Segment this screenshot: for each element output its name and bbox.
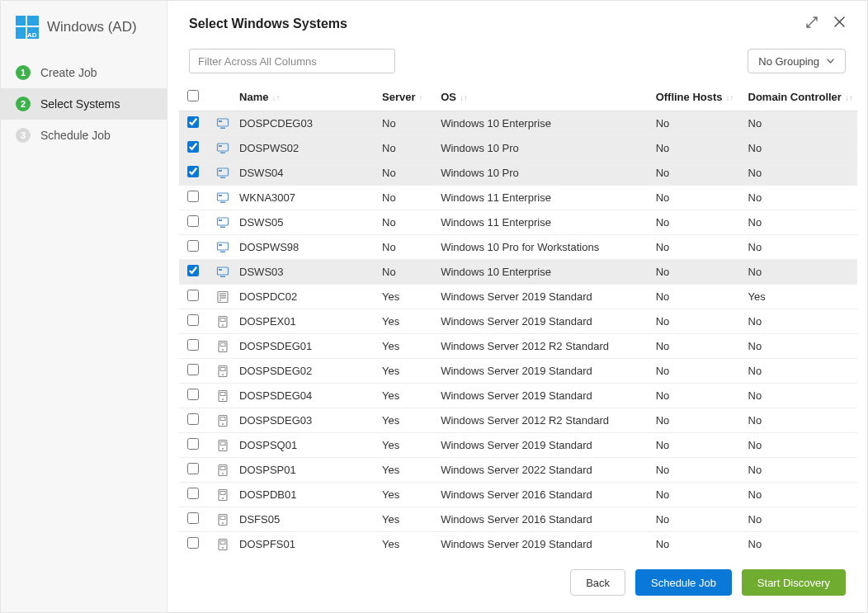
systems-table-wrap[interactable]: Name↓↑ Server↑ OS↓↑ Offline Hosts↓↑ Doma… xyxy=(167,83,867,556)
cell-server: Yes xyxy=(374,433,432,458)
svg-point-59 xyxy=(222,547,224,549)
cell-server: No xyxy=(374,235,432,260)
svg-rect-11 xyxy=(217,168,228,176)
back-button[interactable]: Back xyxy=(570,569,625,596)
server-icon xyxy=(216,439,223,452)
row-checkbox[interactable] xyxy=(187,215,199,227)
step-select-systems[interactable]: 2Select Systems xyxy=(1,88,167,120)
svg-rect-8 xyxy=(217,144,228,151)
cell-offline: No xyxy=(648,260,740,285)
cell-server: Yes xyxy=(374,384,432,408)
svg-rect-6 xyxy=(220,127,225,129)
cell-dc: No xyxy=(740,359,857,384)
table-row[interactable]: DOSPDB01YesWindows Server 2016 StandardN… xyxy=(179,483,857,507)
start-discovery-button[interactable]: Start Discovery xyxy=(742,569,846,596)
table-row[interactable]: DOSPWS02NoWindows 10 ProNoNo xyxy=(179,136,857,161)
table-row[interactable]: DSFS05YesWindows Server 2016 StandardNoN… xyxy=(179,507,857,532)
cell-name: DOSPSP01 xyxy=(231,458,374,483)
svg-rect-1 xyxy=(27,16,39,26)
row-checkbox[interactable] xyxy=(187,488,199,499)
row-checkbox[interactable] xyxy=(187,463,199,474)
sort-icon: ↑ xyxy=(418,93,422,102)
table-row[interactable]: DSWS05NoWindows 11 EnterpriseNoNo xyxy=(179,210,857,235)
row-checkbox[interactable] xyxy=(187,141,199,153)
svg-text:AD: AD xyxy=(27,31,37,39)
server-icon xyxy=(216,488,223,502)
server-icon xyxy=(216,464,223,477)
col-os[interactable]: OS↓↑ xyxy=(432,83,647,111)
cell-os: Windows 10 Pro xyxy=(432,136,647,161)
select-all-checkbox[interactable] xyxy=(187,90,199,101)
cell-offline: No xyxy=(648,309,740,334)
table-row[interactable]: DOSPSDEG01YesWindows Server 2012 R2 Stan… xyxy=(179,334,857,359)
svg-rect-36 xyxy=(220,342,225,346)
cell-dc: No xyxy=(740,334,857,359)
row-checkbox[interactable] xyxy=(187,314,199,326)
table-row[interactable]: DSWS04NoWindows 10 ProNoNo xyxy=(179,161,857,186)
expand-icon[interactable] xyxy=(805,16,818,32)
row-checkbox[interactable] xyxy=(187,438,199,450)
header: Select Windows Systems xyxy=(167,1,867,40)
sidebar: AD Windows (AD) 1Create Job2Select Syste… xyxy=(1,1,167,612)
cell-os: Windows Server 2019 Standard xyxy=(432,433,647,458)
cell-name: DOSPSDEG03 xyxy=(231,408,374,433)
cell-name: DOSPFS01 xyxy=(231,532,374,557)
table-row[interactable]: DOSPSDEG03YesWindows Server 2012 R2 Stan… xyxy=(179,408,857,433)
svg-rect-17 xyxy=(217,218,228,225)
row-checkbox[interactable] xyxy=(187,116,199,128)
table-row[interactable]: DOSPSDEG04YesWindows Server 2019 Standar… xyxy=(179,384,857,408)
row-checkbox[interactable] xyxy=(187,512,199,524)
server-icon xyxy=(216,538,223,551)
table-row[interactable]: DSWS03NoWindows 10 EnterpriseNoNo xyxy=(179,260,857,285)
cell-os: Windows 11 Enterprise xyxy=(432,186,647,210)
row-checkbox[interactable] xyxy=(187,166,199,177)
svg-point-30 xyxy=(219,299,221,301)
table-row[interactable]: DOSPWS98NoWindows 10 Pro for Workstation… xyxy=(179,235,857,260)
row-checkbox[interactable] xyxy=(187,537,199,549)
cell-os: Windows 10 Enterprise xyxy=(432,260,647,285)
cell-server: No xyxy=(374,161,432,186)
col-server[interactable]: Server↑ xyxy=(374,83,432,111)
svg-rect-12 xyxy=(220,177,225,178)
col-dc[interactable]: Domain Controller↓↑ xyxy=(740,83,857,111)
sort-icon: ↓↑ xyxy=(271,93,280,102)
table-row[interactable]: DOSPDC02YesWindows Server 2019 StandardN… xyxy=(179,285,857,309)
col-offline[interactable]: Offline Hosts↓↑ xyxy=(648,83,740,111)
close-icon[interactable] xyxy=(833,16,846,32)
svg-rect-54 xyxy=(220,491,225,494)
cell-server: No xyxy=(374,260,432,285)
cell-os: Windows 10 Enterprise xyxy=(432,111,647,136)
row-checkbox[interactable] xyxy=(187,265,199,276)
step-schedule-job[interactable]: 3Schedule Job xyxy=(1,120,167,151)
table-row[interactable]: DOSPEX01YesWindows Server 2019 StandardN… xyxy=(179,309,857,334)
cell-server: Yes xyxy=(374,334,432,359)
row-checkbox[interactable] xyxy=(187,364,199,375)
step-number-badge: 2 xyxy=(16,97,31,111)
schedule-job-button[interactable]: Schedule Job xyxy=(635,569,732,596)
table-row[interactable]: DOSPCDEG03NoWindows 10 EnterpriseNoNo xyxy=(179,111,857,136)
cell-dc: No xyxy=(740,408,857,433)
row-checkbox[interactable] xyxy=(187,191,199,202)
table-row[interactable]: DOSPSQ01YesWindows Server 2019 StandardN… xyxy=(179,433,857,458)
cell-dc: No xyxy=(740,309,857,334)
table-row[interactable]: DOSPFS01YesWindows Server 2019 StandardN… xyxy=(179,532,857,557)
svg-rect-27 xyxy=(219,293,226,294)
filter-input[interactable] xyxy=(189,49,395,73)
svg-rect-18 xyxy=(220,226,225,228)
table-row[interactable]: DOSPSP01YesWindows Server 2022 StandardN… xyxy=(179,458,857,483)
row-checkbox[interactable] xyxy=(187,240,199,252)
svg-rect-13 xyxy=(219,170,222,172)
row-checkbox[interactable] xyxy=(187,290,199,301)
table-row[interactable]: DOSPSDEG02YesWindows Server 2019 Standar… xyxy=(179,359,857,384)
col-name[interactable]: Name↓↑ xyxy=(231,83,374,111)
row-checkbox[interactable] xyxy=(187,389,199,400)
cell-server: Yes xyxy=(374,458,432,483)
sidebar-title: Windows (AD) xyxy=(47,19,137,35)
row-checkbox[interactable] xyxy=(187,339,199,351)
table-row[interactable]: WKNA3007NoWindows 11 EnterpriseNoNo xyxy=(179,186,857,210)
grouping-dropdown[interactable]: No Grouping xyxy=(748,49,846,73)
domain-controller-icon xyxy=(216,290,223,304)
cell-server: Yes xyxy=(374,309,432,334)
step-create-job[interactable]: 1Create Job xyxy=(1,57,167,88)
row-checkbox[interactable] xyxy=(187,413,199,425)
